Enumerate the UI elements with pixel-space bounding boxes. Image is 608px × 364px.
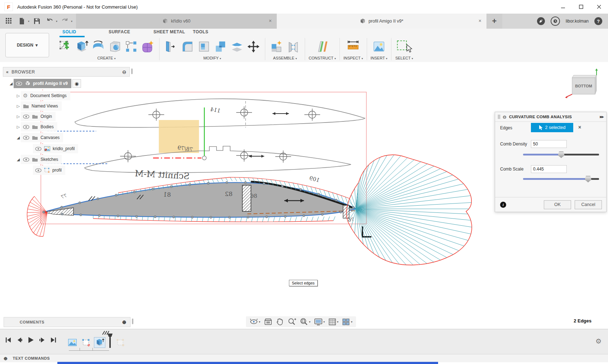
browser-item-document-settings[interactable]: ▷ ⚙Document Settings [16, 91, 70, 100]
timeline-settings-gear-icon[interactable]: ⚙ [595, 337, 602, 345]
assemble-menu[interactable]: ASSEMBLE ▾ [273, 56, 297, 60]
save-icon[interactable] [32, 16, 42, 27]
ok-button[interactable]: OK [544, 200, 571, 209]
tri-collapsed-icon[interactable]: ▷ [16, 94, 21, 98]
create-form-button[interactable] [140, 38, 156, 55]
undo-caret-icon[interactable]: ▾ [56, 20, 57, 23]
dialog-fast-forward-icon[interactable]: ▶▶ [600, 115, 603, 119]
tri-expanded-icon[interactable]: ◢ [16, 135, 21, 140]
browser-item-named-views[interactable]: ▷ Named Views [16, 101, 62, 111]
timeline-ghost-feature[interactable] [115, 337, 126, 348]
browser-item-profil[interactable]: profil [33, 166, 65, 175]
browser-item-bodies[interactable]: ▷ Bodies [16, 122, 57, 131]
create-sketch-button[interactable] [57, 38, 73, 55]
tri-collapsed-icon[interactable]: ▷ [16, 125, 21, 129]
user-name[interactable]: libor.kolman [566, 19, 589, 24]
browser-header[interactable]: « BROWSER ⊖ [3, 67, 130, 77]
construct-plane-button[interactable] [314, 38, 330, 55]
orbit-button[interactable]: ▾ [250, 318, 260, 326]
joint-button[interactable] [285, 38, 301, 55]
timeline-go-to-end-button[interactable] [50, 337, 57, 343]
tab-close-icon[interactable]: × [269, 18, 272, 24]
combine-button[interactable] [213, 38, 228, 55]
tab-kridlo-v60[interactable]: křídlo v60 × [76, 14, 277, 29]
viewports-button[interactable]: ▾ [342, 318, 352, 326]
insert-menu[interactable]: INSERT ▾ [371, 56, 388, 60]
workspace-design-dropdown[interactable]: DESIGN▾ [5, 33, 49, 57]
redo-icon[interactable] [60, 16, 70, 27]
comb-scale-slider-handle[interactable] [585, 176, 592, 182]
eye-icon[interactable] [23, 125, 29, 129]
close-button[interactable] [590, 0, 608, 14]
comb-density-slider[interactable] [523, 152, 599, 157]
comb-density-input[interactable] [531, 140, 567, 148]
revolve-button[interactable] [90, 38, 106, 55]
tri-collapsed-icon[interactable]: ▷ [16, 104, 21, 109]
grid-snap-button[interactable]: ▾ [328, 318, 338, 326]
tri-expanded-icon[interactable]: ◢ [16, 157, 21, 162]
create-menu[interactable]: CREATE ▾ [98, 56, 116, 60]
curvature-comb-analysis-dialog[interactable]: ⊖ CURVATURE COMB ANALYSIS ▶▶ Edges 2 sel… [495, 112, 607, 212]
comb-density-slider-handle[interactable] [558, 152, 565, 158]
insert-canvas-button[interactable] [371, 38, 387, 55]
look-at-button[interactable] [264, 318, 272, 325]
cancel-button[interactable]: Cancel [575, 200, 602, 209]
comb-scale-input[interactable] [531, 165, 567, 173]
help-icon[interactable]: ? [594, 17, 602, 25]
eye-icon[interactable] [35, 147, 42, 151]
timeline-go-to-start-button[interactable] [5, 337, 11, 343]
eye-icon[interactable] [23, 115, 29, 119]
text-commands-plus-icon[interactable]: ⊕ [4, 356, 8, 361]
new-component-button[interactable] [269, 38, 285, 55]
edges-selection-button[interactable]: 2 selected [531, 123, 573, 132]
inspect-menu[interactable]: INSPECT ▾ [343, 56, 363, 60]
pan-button[interactable] [276, 318, 284, 326]
text-commands-bar[interactable]: ⊕ TEXT COMMANDS [0, 354, 608, 362]
timeline-step-forward-button[interactable] [39, 337, 46, 343]
info-icon[interactable]: i [500, 202, 506, 208]
file-caret-icon[interactable]: ▾ [28, 20, 29, 23]
extensions-icon[interactable] [537, 17, 545, 25]
undo-icon[interactable] [44, 16, 55, 27]
comments-plus-icon[interactable]: ⊕ [122, 319, 127, 325]
ribbon-tab-sheet-metal[interactable]: SHEET METAL [153, 29, 185, 34]
app-grid-icon[interactable] [4, 16, 14, 27]
browser-item-origin[interactable]: ▷ Origin [16, 112, 56, 121]
eye-icon[interactable] [16, 82, 22, 86]
shell-button[interactable] [196, 38, 212, 55]
collapse-panel-icon[interactable]: « [6, 70, 9, 75]
eye-icon[interactable] [23, 158, 29, 162]
ribbon-tab-solid[interactable]: SOLID [62, 29, 76, 34]
browser-item-root[interactable]: ◢ profil Amigo II v9 ◉ [9, 79, 81, 88]
ribbon-tab-surface[interactable]: SURFACE [109, 29, 130, 34]
hole-button[interactable] [107, 38, 123, 55]
comb-scale-slider[interactable] [523, 176, 599, 182]
select-button[interactable] [395, 38, 414, 55]
timeline-canvas-feature[interactable] [67, 337, 78, 348]
clear-selection-icon[interactable]: × [578, 124, 581, 130]
model-viewport[interactable]: 114 78/79 Schnitt M-M 77 81 82 86 109 76… [0, 62, 608, 329]
timeline-extrude-feature-selected[interactable] [94, 337, 105, 348]
dialog-minus-icon[interactable]: ⊖ [503, 114, 507, 120]
eye-icon[interactable] [35, 168, 42, 172]
comments-grip[interactable] [132, 318, 133, 324]
browser-item-kridlo-profil[interactable]: kridlo_profil [33, 144, 78, 153]
timeline-play-button[interactable] [27, 336, 34, 344]
zoom-button[interactable] [288, 318, 296, 326]
new-tab-button[interactable]: + [486, 14, 502, 29]
fit-button[interactable]: ▾ [300, 318, 310, 326]
browser-item-sketches[interactable]: ◢ Sketches [16, 155, 62, 164]
dialog-header[interactable]: ⊖ CURVATURE COMB ANALYSIS ▶▶ [495, 112, 606, 122]
construct-menu[interactable]: CONSTRUCT ▾ [309, 56, 336, 60]
browser-item-canvases[interactable]: ◢ Canvases [16, 133, 63, 142]
extrude-button[interactable] [74, 38, 90, 55]
timeline-step-back-button[interactable] [16, 337, 23, 343]
browser-grip[interactable] [131, 68, 133, 74]
ribbon-tab-tools[interactable]: TOOLS [193, 29, 208, 34]
measure-button[interactable] [345, 38, 361, 55]
browser-minus-icon[interactable]: ⊖ [122, 69, 127, 75]
pattern-button[interactable] [123, 38, 139, 55]
view-cube[interactable]: BOTTOM [564, 68, 607, 104]
tab-profil-amigo[interactable]: profil Amigo II v9* × [277, 14, 486, 29]
move-copy-button[interactable] [246, 38, 261, 55]
